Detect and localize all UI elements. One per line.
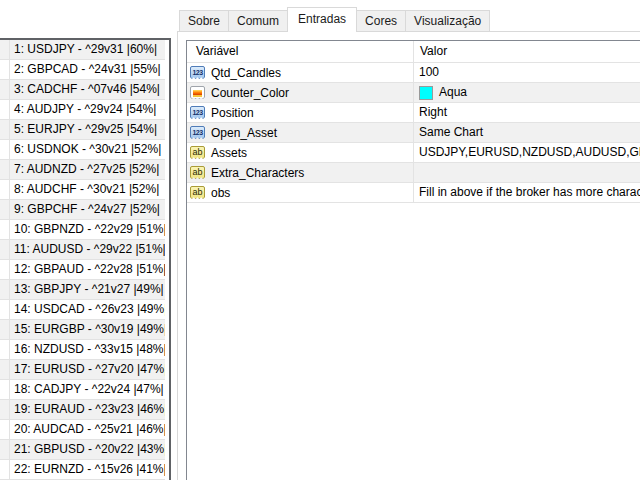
tab-comum[interactable]: Comum (228, 10, 288, 32)
pair-list-item-gutter (0, 320, 10, 339)
pair-list-item[interactable]: 11: AUDUSD - ^29v22 |51%| (0, 240, 165, 260)
tab-cores[interactable]: Cores (356, 10, 406, 32)
pair-list-item-label: 1: USDJPY - ^29v31 |60%| (10, 40, 165, 59)
pair-list-item[interactable]: 4: AUDJPY - ^29v24 |54%| (0, 100, 165, 120)
variable-name: obs (211, 186, 230, 200)
pair-list-item-label: 13: GBPJPY - ^21v27 |49%| (10, 280, 165, 299)
variable-cell: abExtra_Characters (187, 163, 414, 182)
variable-name: Qtd_Candles (211, 66, 281, 80)
pair-list-item-label: 17: EURUSD - ^27v20 |47%| (10, 360, 165, 379)
pair-list-item[interactable]: 7: AUDNZD - ^27v25 |52%| (0, 160, 165, 180)
pairs-panel-right-border (169, 38, 171, 480)
pair-list-item[interactable]: 15: EURGBP - ^30v19 |49%| (0, 320, 165, 340)
pair-list-item-label: 3: CADCHF - ^07v46 |54%| (10, 80, 165, 99)
variable-name: Open_Asset (211, 126, 277, 140)
pair-list-item-gutter (0, 160, 10, 179)
pair-list-item[interactable]: 8: AUDCHF - ^30v21 |52%| (0, 180, 165, 200)
pair-list-item-label: 14: USDCAD - ^26v23 |49%| (10, 300, 165, 319)
variable-value: Fill in above if the broker has more cha… (419, 183, 640, 202)
pair-list-item[interactable]: 17: EURUSD - ^27v20 |47%| (0, 360, 165, 380)
pair-list-item-label: 2: GBPCAD - ^24v31 |55%| (10, 60, 165, 79)
variable-cell: 123Open_Asset (187, 123, 414, 142)
variable-cell: 123Position (187, 103, 414, 122)
pair-list-item-gutter (0, 420, 10, 439)
variable-name: Assets (211, 146, 247, 160)
string-type-icon: ab (190, 146, 205, 159)
pair-list-item[interactable]: 19: EURAUD - ^23v23 |46%| (0, 400, 165, 420)
pair-list-item-gutter (0, 80, 10, 99)
value-cell[interactable] (414, 163, 640, 182)
pair-list-item-label: 10: GBPNZD - ^22v29 |51%| (10, 220, 165, 239)
pair-list-item[interactable]: 10: GBPNZD - ^22v29 |51%| (0, 220, 165, 240)
value-cell[interactable]: USDJPY,EURUSD,NZDUSD,AUDUSD,GB... (414, 143, 640, 162)
input-row[interactable]: 123Open_AssetSame Chart (187, 123, 640, 143)
pair-list-item-label: 22: EURNZD - ^15v26 |41%| (10, 460, 165, 479)
pair-list-item-label: 7: AUDNZD - ^27v25 |52%| (10, 160, 165, 179)
pair-list-item-gutter (0, 300, 10, 319)
pair-list-item[interactable]: 21: GBPUSD - ^20v22 |43%| (0, 440, 165, 460)
pair-list-item-gutter (0, 220, 10, 239)
pair-list-item[interactable]: 13: GBPJPY - ^21v27 |49%| (0, 280, 165, 300)
input-row[interactable]: abAssetsUSDJPY,EURUSD,NZDUSD,AUDUSD,GB..… (187, 143, 640, 163)
column-header-valor: Valor (414, 41, 640, 62)
tab-sobre[interactable]: Sobre (179, 10, 229, 32)
pair-list-item-gutter (0, 380, 10, 399)
pair-list-item-gutter (0, 260, 10, 279)
pair-list-item[interactable]: 6: USDNOK - ^30v21 |52%| (0, 140, 165, 160)
pairs-ranking-list: 1: USDJPY - ^29v31 |60%|2: GBPCAD - ^24v… (0, 40, 165, 480)
pair-list-item-gutter (0, 400, 10, 419)
value-cell[interactable]: Same Chart (414, 123, 640, 142)
pair-list-item[interactable]: 20: AUDCAD - ^25v21 |46%| (0, 420, 165, 440)
variable-cell: Counter_Color (187, 83, 414, 102)
pair-list-item[interactable]: 16: NZDUSD - ^33v15 |48%| (0, 340, 165, 360)
variable-name: Counter_Color (211, 86, 289, 100)
pair-list-item[interactable]: 14: USDCAD - ^26v23 |49%| (0, 300, 165, 320)
input-row[interactable]: 123PositionRight (187, 103, 640, 123)
pair-list-item-label: 5: EURJPY - ^29v25 |54%| (10, 120, 165, 139)
variable-value: Right (419, 103, 447, 122)
pair-list-item-label: 15: EURGBP - ^30v19 |49%| (10, 320, 165, 339)
color-swatch (419, 86, 433, 100)
pair-list-item[interactable]: 1: USDJPY - ^29v31 |60%| (0, 40, 165, 60)
column-header-variavel: Variável (187, 41, 414, 62)
pair-list-item[interactable]: 5: EURJPY - ^29v25 |54%| (0, 120, 165, 140)
color-type-icon (190, 86, 205, 99)
input-row[interactable]: abExtra_Characters (187, 163, 640, 183)
numeric-type-icon: 123 (190, 66, 205, 79)
pair-list-item[interactable]: 9: GBPCHF - ^24v27 |52%| (0, 200, 165, 220)
pair-list-item-gutter (0, 200, 10, 219)
value-cell[interactable]: Fill in above if the broker has more cha… (414, 183, 640, 202)
pair-list-item[interactable]: 22: EURNZD - ^15v26 |41%| (0, 460, 165, 480)
tab-entradas[interactable]: Entradas (287, 7, 357, 32)
value-cell[interactable]: 100 (414, 63, 640, 82)
pair-list-item-label: 21: GBPUSD - ^20v22 |43%| (10, 440, 165, 459)
pair-list-item[interactable]: 2: GBPCAD - ^24v31 |55%| (0, 60, 165, 80)
pair-list-item-gutter (0, 360, 10, 379)
value-cell[interactable]: Aqua (414, 83, 640, 102)
numeric-type-icon: 123 (190, 106, 205, 119)
variable-cell: 123Qtd_Candles (187, 63, 414, 82)
pair-list-item-gutter (0, 60, 10, 79)
input-row[interactable]: abobsFill in above if the broker has mor… (187, 183, 640, 203)
pair-list-item-gutter (0, 180, 10, 199)
input-row[interactable]: 123Qtd_Candles100 (187, 63, 640, 83)
pair-list-item-label: 20: AUDCAD - ^25v21 |46%| (10, 420, 165, 439)
value-cell[interactable]: Right (414, 103, 640, 122)
pair-list-item-gutter (0, 280, 10, 299)
pair-list-item[interactable]: 18: CADJPY - ^22v24 |47%| (0, 380, 165, 400)
tab-visualizacao[interactable]: Visualização (405, 10, 490, 32)
tab-bar: SobreComumEntradasCoresVisualização (179, 7, 490, 32)
input-row[interactable]: Counter_ColorAqua (187, 83, 640, 103)
variable-value: 100 (419, 63, 439, 82)
pair-list-item-gutter (0, 240, 10, 259)
inputs-table-rows: 123Qtd_Candles100Counter_ColorAqua123Pos… (187, 63, 640, 203)
pair-list-item-gutter (0, 460, 10, 479)
string-type-icon: ab (190, 186, 205, 199)
pair-list-item[interactable]: 12: GBPAUD - ^22v28 |51%| (0, 260, 165, 280)
inputs-table-header: Variável Valor (187, 41, 640, 63)
string-type-icon: ab (190, 166, 205, 179)
variable-cell: abAssets (187, 143, 414, 162)
pair-list-item[interactable]: 3: CADCHF - ^07v46 |54%| (0, 80, 165, 100)
pair-list-item-label: 6: USDNOK - ^30v21 |52%| (10, 140, 165, 159)
variable-value: Aqua (439, 83, 467, 102)
